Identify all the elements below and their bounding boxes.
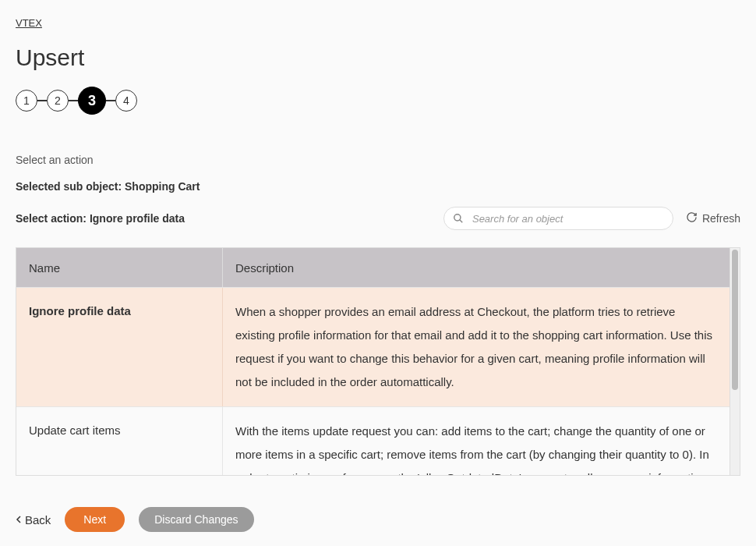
- column-header-name: Name: [16, 248, 223, 287]
- section-label: Select an action: [16, 154, 740, 166]
- actions-table: Name Description Ignore profile data Whe…: [16, 247, 740, 476]
- table-row[interactable]: Ignore profile data When a shopper provi…: [16, 287, 730, 406]
- discard-button[interactable]: Discard Changes: [139, 507, 253, 532]
- row-name: Ignore profile data: [16, 288, 223, 406]
- svg-line-1: [460, 220, 463, 223]
- selected-sub-object: Selected sub object: Shopping Cart: [16, 180, 740, 193]
- refresh-button[interactable]: Refresh: [686, 211, 740, 225]
- scrollbar-thumb[interactable]: [732, 250, 738, 390]
- stepper: 1 2 3 4: [16, 87, 740, 115]
- step-connector: [37, 100, 47, 101]
- back-button[interactable]: Back: [16, 513, 51, 526]
- svg-point-0: [454, 214, 461, 221]
- search-icon: [453, 213, 464, 224]
- search-input[interactable]: [443, 207, 673, 230]
- step-3[interactable]: 3: [78, 87, 106, 115]
- footer: Back Next Discard Changes: [16, 507, 254, 532]
- select-action-label: Select action: Ignore profile data: [16, 212, 185, 225]
- step-4[interactable]: 4: [115, 90, 137, 112]
- step-connector: [69, 100, 78, 101]
- refresh-label: Refresh: [702, 212, 740, 225]
- table-header: Name Description: [16, 248, 730, 287]
- step-connector: [106, 100, 115, 101]
- page-title: Upsert: [16, 44, 740, 71]
- row-description: With the items update request you can: a…: [223, 407, 730, 475]
- table-body: Ignore profile data When a shopper provi…: [16, 287, 730, 475]
- step-1[interactable]: 1: [16, 90, 37, 112]
- refresh-icon: [686, 211, 698, 225]
- search-box: [443, 207, 673, 230]
- breadcrumb[interactable]: VTEX: [16, 17, 42, 29]
- column-header-description: Description: [223, 261, 730, 275]
- row-name: Update cart items: [16, 407, 223, 475]
- chevron-left-icon: [16, 513, 22, 526]
- scrollbar[interactable]: [730, 247, 740, 476]
- step-2[interactable]: 2: [47, 90, 69, 112]
- next-button[interactable]: Next: [65, 507, 125, 532]
- row-description: When a shopper provides an email address…: [223, 288, 730, 406]
- back-label: Back: [25, 513, 51, 526]
- table-row[interactable]: Update cart items With the items update …: [16, 406, 730, 475]
